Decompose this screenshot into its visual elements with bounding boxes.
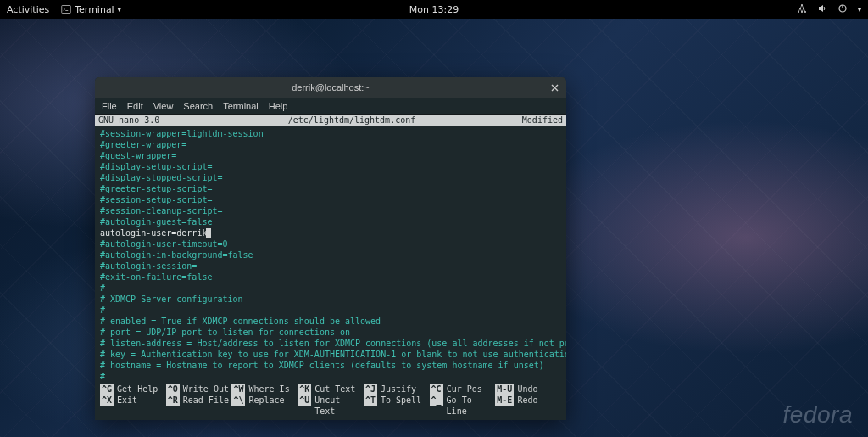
nano-shortcut: ^XExit: [100, 395, 166, 417]
nano-shortcut-label: Read File: [183, 395, 229, 406]
nano-shortcut-key: ^K: [298, 384, 311, 395]
close-icon: [551, 84, 559, 92]
nano-header: GNU nano 3.0 /etc/lightdm/lightdm.conf M…: [95, 115, 566, 126]
nano-shortcut-key: ^O: [166, 384, 180, 395]
nano-shortcut-label: Undo: [517, 384, 537, 395]
nano-shortcut-key: M-E: [495, 395, 514, 406]
system-menu-chevron-icon[interactable]: ▾: [858, 6, 861, 14]
nano-shortcut-key: ^_: [430, 395, 443, 406]
menu-help[interactable]: Help: [269, 101, 288, 111]
menu-edit[interactable]: Edit: [127, 101, 143, 111]
fedora-logo: fedora: [783, 401, 853, 429]
volume-icon[interactable]: [817, 3, 827, 16]
nano-footer: ^GGet Help^OWrite Out^WWhere Is^KCut Tex…: [95, 382, 566, 420]
nano-shortcut: ^KCut Text: [298, 384, 364, 395]
nano-shortcut: ^WWhere Is: [231, 384, 298, 395]
terminal-icon: [61, 4, 71, 14]
nano-shortcut-key: ^J: [364, 384, 377, 395]
menu-view[interactable]: View: [153, 101, 174, 111]
editor-line: autologin-user=derrik: [100, 227, 561, 238]
editor-line: # listen-address = Host/address to liste…: [100, 338, 561, 349]
nano-shortcut: ^GGet Help: [100, 384, 166, 395]
nano-shortcut-label: Write Out: [183, 384, 229, 395]
power-icon[interactable]: [837, 3, 848, 16]
editor-line: #session-cleanup-script=: [100, 205, 561, 216]
nano-shortcut: ^UUncut Text: [298, 395, 364, 417]
editor-line: #exit-on-failure=false: [100, 272, 561, 283]
nano-shortcut: M-UUndo: [495, 384, 561, 395]
nano-shortcut: ^CCur Pos: [430, 384, 496, 395]
editor-line: #greeter-setup-script=: [100, 183, 561, 194]
nano-editor-viewport[interactable]: #session-wrapper=lightdm-session#greeter…: [95, 126, 566, 382]
nano-shortcut-label: Cur Pos: [447, 384, 482, 395]
editor-line: #session-wrapper=lightdm-session: [100, 128, 561, 139]
app-menu-label: Terminal: [75, 4, 114, 15]
nano-shortcut: ^\Replace: [231, 395, 298, 417]
nano-shortcut-key: ^C: [430, 384, 443, 395]
nano-shortcut-label: Go To Line: [447, 395, 496, 417]
gnome-topbar: Activities Terminal ▾ Mon 13:29 ▾: [0, 0, 868, 19]
nano-shortcut-key: ^W: [231, 384, 245, 395]
editor-line: #autologin-in-background=false: [100, 249, 561, 261]
editor-line: #display-setup-script=: [100, 161, 561, 172]
menu-file[interactable]: File: [102, 101, 117, 111]
clock[interactable]: Mon 13:29: [409, 4, 459, 15]
nano-shortcut-label: Where Is: [248, 384, 289, 395]
editor-line: #autologin-guest=false: [100, 216, 561, 227]
editor-line: #: [100, 305, 561, 316]
terminal-window: derrik@localhost:~ File Edit View Search…: [95, 77, 566, 420]
window-title: derrik@localhost:~: [292, 82, 370, 92]
nano-shortcut: ^RRead File: [166, 395, 232, 417]
nano-shortcut-key: ^\: [231, 395, 245, 406]
nano-shortcut-key: ^X: [100, 395, 114, 406]
nano-shortcut-label: Replace: [248, 395, 284, 406]
nano-shortcut: ^TTo Spell: [364, 395, 430, 417]
editor-line: #display-stopped-script=: [100, 172, 561, 183]
menu-search[interactable]: Search: [183, 101, 213, 111]
nano-shortcut-label: Cut Text: [314, 384, 355, 395]
editor-line: #session-setup-script=: [100, 194, 561, 205]
nano-shortcut-key: ^R: [166, 395, 180, 406]
editor-line: # enabled = True if XDMCP connections sh…: [100, 316, 561, 327]
nano-shortcut-label: Uncut Text: [314, 395, 364, 417]
editor-line: #: [100, 283, 561, 294]
app-menu[interactable]: Terminal ▾: [61, 4, 121, 15]
nano-version: GNU nano 3.0: [98, 115, 200, 126]
nano-footer-row: ^XExit^RRead File^\Replace^UUncut Text^T…: [100, 395, 561, 417]
nano-filepath: /etc/lightdm/lightdm.conf: [200, 115, 504, 126]
nano-status: Modified: [504, 115, 563, 126]
editor-line: # XDMCP Server configuration: [100, 294, 561, 305]
editor-line: # key = Authentication key to use for XD…: [100, 349, 561, 360]
close-button[interactable]: [548, 81, 561, 94]
nano-shortcut-key: ^T: [364, 395, 377, 406]
editor-line: #autologin-user-timeout=0: [100, 238, 561, 249]
nano-shortcut-label: Redo: [517, 395, 537, 406]
svg-rect-0: [62, 6, 71, 14]
nano-shortcut: ^OWrite Out: [166, 384, 232, 395]
window-titlebar[interactable]: derrik@localhost:~: [95, 77, 566, 98]
editor-line: #autologin-session=: [100, 261, 561, 272]
nano-shortcut-label: Exit: [117, 395, 137, 406]
editor-line: # port = UDP/IP port to listen for conne…: [100, 327, 561, 338]
nano-footer-row: ^GGet Help^OWrite Out^WWhere Is^KCut Tex…: [100, 384, 561, 395]
editor-line: # hostname = Hostname to report to XDMCP…: [100, 360, 561, 371]
nano-shortcut: ^JJustify: [364, 384, 430, 395]
nano-shortcut: ^_Go To Line: [430, 395, 496, 417]
nano-shortcut-key: ^G: [100, 384, 114, 395]
nano-shortcut-label: Justify: [381, 384, 416, 395]
editor-line: #: [100, 371, 561, 382]
terminal-menubar: File Edit View Search Terminal Help: [95, 98, 566, 115]
activities-button[interactable]: Activities: [7, 4, 49, 15]
nano-shortcut-label: Get Help: [117, 384, 158, 395]
nano-shortcut-label: To Spell: [381, 395, 421, 406]
editor-line: #guest-wrapper=: [100, 150, 561, 161]
nano-shortcut-key: ^U: [298, 395, 311, 406]
chevron-down-icon: ▾: [118, 6, 121, 14]
text-cursor: [206, 228, 211, 238]
nano-shortcut-key: M-U: [495, 384, 514, 395]
network-icon[interactable]: [797, 3, 807, 16]
menu-terminal[interactable]: Terminal: [223, 101, 259, 111]
nano-shortcut: M-ERedo: [495, 395, 561, 417]
editor-line: #greeter-wrapper=: [100, 139, 561, 150]
